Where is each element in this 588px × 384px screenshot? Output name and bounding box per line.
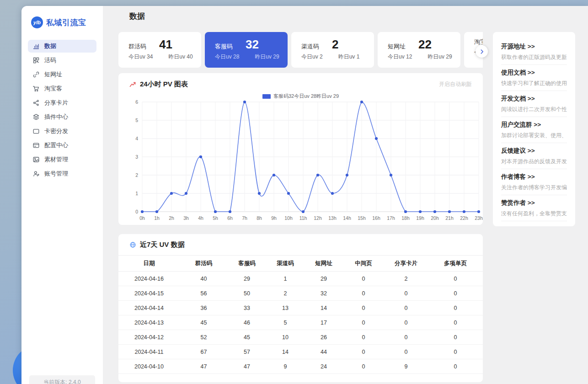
- quick-link-description: 加群讨论部署安装、使用、开...: [501, 132, 567, 139]
- table-row: 2024-04-155650232000: [118, 286, 483, 301]
- quick-link-6[interactable]: 作者博客 >> 关注作者的博客学习开发编程...: [501, 173, 567, 195]
- stat-card-label: 渠道码: [301, 43, 319, 51]
- sidebar-item-user[interactable]: 账号管理: [28, 167, 96, 180]
- table-cell: 2024-04-13: [118, 315, 180, 330]
- table-row: 2024-04-134546517000: [118, 315, 483, 330]
- table-cell: 0: [343, 330, 384, 345]
- svg-text:19h: 19h: [416, 215, 424, 221]
- table-header-row: 日期群活码客服码渠道码短网址中间页分享卡片多项单页: [118, 256, 483, 272]
- stat-card-top-row: 群活码 41: [128, 38, 194, 51]
- stat-card-yesterday-uv: 昨日uv 40: [168, 53, 192, 61]
- stat-card-4[interactable]: 短网址 22 今日uv 12 昨日uv 29: [378, 32, 460, 68]
- stat-card-today-uv: 今日uv 12: [388, 53, 412, 61]
- svg-text:6: 6: [135, 100, 138, 105]
- stat-card-1[interactable]: 群活码 41 今日uv 34 昨日uv 40: [118, 32, 201, 68]
- table-cell: 2024-04-12: [118, 330, 180, 345]
- chart-legend[interactable]: 客服码32今日uv 28昨日uv 29: [129, 93, 472, 100]
- app-logo: ylb 私域引流宝: [21, 16, 103, 28]
- pv-line-chart: 01234560h1h2h3h4h5h6h7h8h9h10h11h12h13h1…: [118, 100, 483, 224]
- content-row: 群活码 41 今日uv 34 昨日uv 40 客服码 32 今日uv 28 昨日…: [118, 32, 588, 382]
- sidebar-item-layers[interactable]: 插件中心: [28, 111, 96, 123]
- quick-link-5[interactable]: 反馈建议 >> 对本开源作品的反馈及开发建...: [501, 147, 567, 169]
- table-cell: 0: [343, 315, 384, 330]
- table-cell: 33: [228, 301, 266, 315]
- table-cell: 2024-04-14: [118, 301, 180, 315]
- sidebar-item-label: 配置中心: [44, 141, 68, 149]
- stat-cards-scroller: 群活码 41 今日uv 34 昨日uv 40 客服码 32 今日uv 28 昨日…: [118, 32, 483, 68]
- sidebar-item-card[interactable]: 卡密分发: [28, 125, 96, 138]
- table-cell: 10: [266, 330, 305, 345]
- version-badge: 当前版本: 2.4.0: [29, 375, 95, 384]
- auto-refresh-toggle[interactable]: 开启自动刷新: [439, 80, 472, 88]
- table-column-header: 日期: [118, 256, 180, 272]
- sidebar-item-share[interactable]: 分享卡片: [28, 96, 96, 109]
- stat-card-2[interactable]: 客服码 32 今日uv 28 昨日uv 29: [205, 32, 288, 68]
- user-icon: [32, 170, 40, 177]
- table-cell: 0: [428, 315, 483, 330]
- quick-link-description: 阅读以进行二次开发和个性化...: [501, 106, 567, 112]
- quick-links-panel: 开源地址 >> 获取作者的正版源码及更新动...使用文档 >> 快速学习和了解正…: [493, 32, 575, 226]
- table-cell: 0: [428, 286, 483, 301]
- table-cell: 0: [384, 286, 428, 301]
- uv-table-title: 近7天 UV 数据: [140, 240, 185, 249]
- table-column-header: 多项单页: [428, 256, 483, 272]
- table-cell: 0: [428, 272, 483, 286]
- stat-card-sub-row: 今日uv 12 昨日uv 29: [388, 53, 453, 61]
- stat-card-top-row: 渠道码 2: [301, 38, 367, 51]
- table-cell: 56: [180, 286, 228, 301]
- table-cell: 13: [266, 301, 305, 315]
- svg-text:9h: 9h: [271, 215, 277, 221]
- table-cell: 32: [305, 286, 343, 301]
- config-icon: [32, 142, 40, 149]
- sidebar-item-link[interactable]: 短网址: [28, 68, 96, 81]
- cards-scroll-next-button[interactable]: [476, 45, 488, 58]
- chart-icon: [32, 43, 40, 50]
- quick-link-1[interactable]: 开源地址 >> 获取作者的正版源码及更新动...: [501, 43, 567, 65]
- image-icon: [32, 156, 40, 163]
- svg-text:1: 1: [135, 191, 138, 196]
- table-cell: 14: [305, 301, 343, 315]
- svg-text:16h: 16h: [372, 215, 380, 221]
- quick-link-3[interactable]: 开发文档 >> 阅读以进行二次开发和个性化...: [501, 95, 567, 117]
- table-row: 2024-04-1436331314000: [118, 301, 483, 315]
- quick-link-2[interactable]: 使用文档 >> 快速学习和了解正确的使用姿...: [501, 69, 567, 91]
- svg-text:10h: 10h: [284, 215, 293, 221]
- desktop-background: ylb 私域引流宝 数据活码短网址淘宝客分享卡片插件中心卡密分发配置中心素材管理…: [0, 0, 588, 384]
- svg-text:14h: 14h: [343, 215, 351, 221]
- quick-link-7[interactable]: 赞赏作者 >> 没有任何盈利，全靠赞赏支持...: [501, 199, 567, 221]
- sidebar-item-label: 活码: [44, 56, 56, 64]
- table-cell: 0: [343, 272, 384, 286]
- app-window: ylb 私域引流宝 数据活码短网址淘宝客分享卡片插件中心卡密分发配置中心素材管理…: [21, 6, 588, 384]
- quick-link-title: 使用文档 >>: [501, 69, 567, 76]
- svg-text:11h: 11h: [299, 215, 307, 221]
- svg-text:4: 4: [135, 136, 138, 141]
- quick-link-title: 作者博客 >>: [501, 173, 567, 181]
- table-cell: 52: [180, 330, 228, 345]
- stat-card-label: 短网址: [388, 43, 406, 51]
- svg-text:21h: 21h: [445, 215, 454, 221]
- quick-link-4[interactable]: 用户交流群 >> 加群讨论部署安装、使用、开...: [501, 121, 567, 143]
- pv-chart-title: 24小时 PV 图表: [140, 80, 188, 89]
- stat-card-yesterday-uv: 昨日uv 1: [338, 53, 360, 61]
- stat-card-value: 2: [332, 38, 338, 51]
- table-cell: 2024-04-15: [118, 286, 180, 301]
- sidebar-item-qrcode[interactable]: 活码: [28, 54, 96, 67]
- trend-chart-icon: [129, 81, 136, 88]
- table-cell: 44: [305, 345, 343, 359]
- table-column-header: 分享卡片: [384, 256, 428, 272]
- sidebar-item-chart[interactable]: 数据: [28, 40, 96, 53]
- sidebar-item-cart[interactable]: 淘宝客: [28, 82, 96, 95]
- qrcode-icon: [32, 57, 40, 64]
- globe-icon: [129, 241, 136, 248]
- sidebar-item-config[interactable]: 配置中心: [28, 139, 96, 152]
- sidebar-item-image[interactable]: 素材管理: [28, 153, 96, 166]
- quick-link-description: 获取作者的正版源码及更新动...: [501, 54, 567, 60]
- table-cell: 0: [384, 301, 428, 315]
- stat-card-3[interactable]: 渠道码 2 今日uv 2 昨日uv 1: [291, 32, 374, 68]
- stat-card-top-row: 客服码 32: [215, 38, 280, 51]
- sidebar-item-label: 账号管理: [44, 170, 68, 178]
- table-cell: 45: [180, 315, 228, 330]
- table-cell: 24: [305, 359, 343, 374]
- svg-text:18h: 18h: [401, 215, 410, 221]
- svg-text:8h: 8h: [257, 215, 262, 221]
